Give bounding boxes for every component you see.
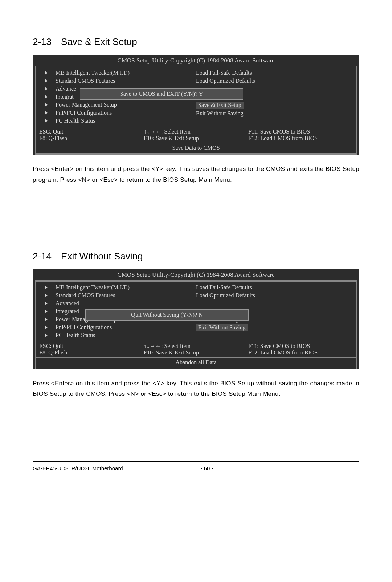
footer-model: GA-EP45-UD3LR/UD3L Motherboard bbox=[33, 465, 179, 471]
triangle-icon bbox=[45, 302, 48, 305]
menu-item[interactable]: PC Health Status bbox=[44, 117, 196, 124]
bios-title: CMOS Setup Utility-Copyright (C) 1984-20… bbox=[33, 55, 359, 66]
menu-item[interactable]: MB Intelligent Tweaker(M.I.T.) bbox=[44, 69, 196, 77]
menu-item-selected[interactable]: Exit Without Saving bbox=[196, 324, 348, 332]
menu-item[interactable]: Power Management Setup bbox=[44, 101, 196, 108]
key-hint-f10: F10: Save & Exit Setup bbox=[144, 349, 248, 356]
menu-item[interactable]: Load Optimized Defaults bbox=[196, 77, 348, 85]
key-hint-esc: ESC: Quit bbox=[39, 128, 144, 135]
triangle-icon bbox=[45, 333, 48, 337]
instruction-text: Press <Enter> on this item and press the… bbox=[33, 378, 359, 400]
menu-item[interactable]: Advanced bbox=[44, 300, 196, 307]
key-hint-arrows: ↑↓→←: Select Item bbox=[144, 343, 248, 349]
key-hint-arrows: ↑↓→←: Select Item bbox=[144, 128, 248, 135]
bios-screenshot-exit-without-saving: CMOS Setup Utility-Copyright (C) 1984-20… bbox=[33, 269, 359, 369]
triangle-icon bbox=[45, 317, 48, 321]
triangle-icon bbox=[45, 103, 48, 107]
menu-item[interactable]: Standard CMOS Features bbox=[44, 292, 196, 299]
triangle-icon bbox=[45, 119, 48, 123]
menu-item[interactable]: PnP/PCI Configurations bbox=[44, 324, 196, 331]
triangle-icon bbox=[45, 71, 48, 75]
menu-item[interactable]: PC Health Status bbox=[44, 332, 196, 339]
key-hint-f11: F11: Save CMOS to BIOS bbox=[248, 128, 353, 135]
key-hint-esc: ESC: Quit bbox=[39, 343, 144, 349]
section-heading-save-exit: 2-13 Save & Exit Setup bbox=[33, 36, 359, 48]
bios-footer-keys: ESC: Quit F8: Q-Flash ↑↓→←: Select Item … bbox=[36, 127, 356, 143]
menu-item[interactable]: Load Fail-Safe Defaults bbox=[196, 284, 348, 291]
triangle-icon bbox=[45, 79, 48, 83]
bios-title: CMOS Setup Utility-Copyright (C) 1984-20… bbox=[33, 269, 359, 280]
popup-text: Quit Without Saving (Y/N)? N bbox=[131, 312, 203, 318]
instruction-text: Press <Enter> on this item and press the… bbox=[33, 164, 359, 185]
menu-item[interactable]: Load Fail-Safe Defaults bbox=[196, 69, 348, 77]
triangle-icon bbox=[45, 310, 48, 313]
menu-item[interactable]: PnP/PCI Configurations bbox=[44, 109, 196, 116]
triangle-icon bbox=[45, 111, 48, 115]
key-hint-f12: F12: Load CMOS from BIOS bbox=[248, 349, 353, 356]
page-footer: GA-EP45-UD3LR/UD3L Motherboard - 60 - bbox=[33, 461, 359, 471]
triangle-icon bbox=[45, 286, 48, 289]
bios-footer-keys: ESC: Quit F8: Q-Flash ↑↓→←: Select Item … bbox=[36, 341, 356, 357]
menu-item[interactable]: Exit Without Saving bbox=[196, 110, 348, 117]
confirm-popup[interactable]: Save to CMOS and EXIT (Y/N)? Y bbox=[80, 88, 243, 100]
key-hint-f8: F8: Q-Flash bbox=[39, 135, 144, 142]
bios-screenshot-save-exit: CMOS Setup Utility-Copyright (C) 1984-20… bbox=[33, 55, 359, 155]
key-hint-f12: F12: Load CMOS from BIOS bbox=[248, 135, 353, 142]
popup-text: Save to CMOS and EXIT (Y/N)? Y bbox=[120, 91, 203, 97]
menu-item-selected[interactable]: Save & Exit Setup bbox=[196, 101, 348, 109]
menu-item[interactable]: MB Intelligent Tweaker(M.I.T.) bbox=[44, 284, 196, 291]
confirm-popup[interactable]: Quit Without Saving (Y/N)? N bbox=[85, 309, 249, 321]
section-heading-exit-without-saving: 2-14 Exit Without Saving bbox=[33, 251, 359, 262]
menu-item bbox=[196, 300, 348, 307]
bios-status-line: Abandon all Data bbox=[36, 357, 356, 368]
triangle-icon bbox=[45, 87, 48, 91]
footer-page-number: - 60 - bbox=[201, 465, 213, 471]
menu-item[interactable]: Load Optimized Defaults bbox=[196, 292, 348, 299]
key-hint-f10: F10: Save & Exit Setup bbox=[144, 135, 248, 142]
triangle-icon bbox=[45, 95, 48, 99]
triangle-icon bbox=[45, 294, 48, 297]
menu-item[interactable]: Standard CMOS Features bbox=[44, 77, 196, 85]
triangle-icon bbox=[45, 325, 48, 329]
key-hint-f8: F8: Q-Flash bbox=[39, 349, 144, 356]
key-hint-f11: F11: Save CMOS to BIOS bbox=[248, 343, 353, 349]
bios-status-line: Save Data to CMOS bbox=[36, 143, 356, 153]
